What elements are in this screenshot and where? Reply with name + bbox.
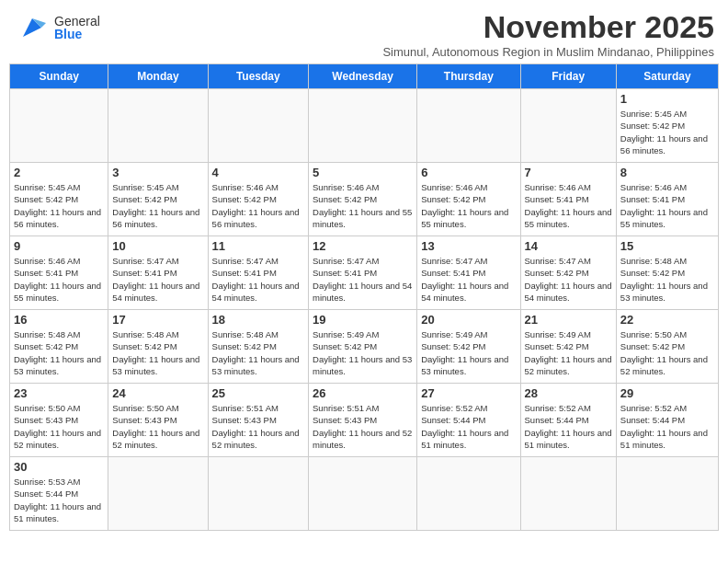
day-info: Sunrise: 5:45 AM Sunset: 5:42 PM Dayligh… [112, 181, 203, 230]
day-number: 26 [313, 386, 413, 400]
day-info: Sunrise: 5:47 AM Sunset: 5:41 PM Dayligh… [313, 255, 413, 304]
day-number: 23 [14, 386, 104, 400]
table-row: 1Sunrise: 5:45 AM Sunset: 5:42 PM Daylig… [616, 89, 718, 163]
day-info: Sunrise: 5:48 AM Sunset: 5:42 PM Dayligh… [112, 328, 203, 377]
table-row: 7Sunrise: 5:46 AM Sunset: 5:41 PM Daylig… [520, 163, 616, 236]
day-info: Sunrise: 5:46 AM Sunset: 5:42 PM Dayligh… [212, 181, 304, 230]
table-row: 10Sunrise: 5:47 AM Sunset: 5:41 PM Dayli… [108, 236, 208, 310]
table-row: 13Sunrise: 5:47 AM Sunset: 5:41 PM Dayli… [417, 236, 520, 310]
table-row [309, 89, 417, 163]
day-info: Sunrise: 5:49 AM Sunset: 5:42 PM Dayligh… [421, 328, 516, 377]
table-row [108, 457, 208, 531]
table-row: 18Sunrise: 5:48 AM Sunset: 5:42 PM Dayli… [208, 310, 308, 384]
day-info: Sunrise: 5:52 AM Sunset: 5:44 PM Dayligh… [620, 402, 714, 451]
table-row [208, 457, 308, 531]
day-number: 14 [525, 239, 612, 253]
day-info: Sunrise: 5:50 AM Sunset: 5:43 PM Dayligh… [112, 402, 203, 451]
day-number: 10 [112, 239, 203, 253]
header-sunday: Sunday [10, 64, 108, 89]
table-row: 9Sunrise: 5:46 AM Sunset: 5:41 PM Daylig… [10, 236, 108, 310]
day-number: 7 [525, 166, 612, 179]
table-row: 3Sunrise: 5:45 AM Sunset: 5:42 PM Daylig… [108, 163, 208, 236]
calendar-header-row: Sunday Monday Tuesday Wednesday Thursday… [10, 64, 719, 89]
logo: General Blue [14, 9, 100, 46]
table-row: 26Sunrise: 5:51 AM Sunset: 5:43 PM Dayli… [309, 384, 417, 457]
table-row: 20Sunrise: 5:49 AM Sunset: 5:42 PM Dayli… [417, 310, 520, 384]
table-row: 2Sunrise: 5:45 AM Sunset: 5:42 PM Daylig… [10, 163, 108, 236]
day-info: Sunrise: 5:46 AM Sunset: 5:41 PM Dayligh… [14, 255, 104, 304]
day-number: 6 [421, 166, 516, 179]
table-row [520, 89, 616, 163]
table-row: 11Sunrise: 5:47 AM Sunset: 5:41 PM Dayli… [208, 236, 308, 310]
calendar-week-row: 23Sunrise: 5:50 AM Sunset: 5:43 PM Dayli… [10, 384, 719, 457]
day-info: Sunrise: 5:47 AM Sunset: 5:42 PM Dayligh… [525, 255, 612, 304]
day-number: 30 [14, 460, 104, 474]
day-info: Sunrise: 5:49 AM Sunset: 5:42 PM Dayligh… [313, 328, 413, 377]
day-number: 12 [313, 239, 413, 253]
header-friday: Friday [520, 64, 616, 89]
day-info: Sunrise: 5:53 AM Sunset: 5:44 PM Dayligh… [14, 476, 104, 524]
subtitle: Simunul, Autonomous Region in Muslim Min… [382, 45, 714, 59]
calendar-week-row: 2Sunrise: 5:45 AM Sunset: 5:42 PM Daylig… [10, 163, 719, 236]
day-number: 28 [525, 386, 612, 400]
day-info: Sunrise: 5:46 AM Sunset: 5:41 PM Dayligh… [620, 181, 714, 230]
day-info: Sunrise: 5:45 AM Sunset: 5:42 PM Dayligh… [14, 181, 104, 230]
table-row: 25Sunrise: 5:51 AM Sunset: 5:43 PM Dayli… [208, 384, 308, 457]
table-row: 6Sunrise: 5:46 AM Sunset: 5:42 PM Daylig… [417, 163, 520, 236]
day-info: Sunrise: 5:50 AM Sunset: 5:43 PM Dayligh… [14, 402, 104, 451]
day-info: Sunrise: 5:52 AM Sunset: 5:44 PM Dayligh… [421, 402, 516, 451]
table-row [10, 89, 108, 163]
day-number: 20 [421, 313, 516, 327]
table-row: 5Sunrise: 5:46 AM Sunset: 5:42 PM Daylig… [309, 163, 417, 236]
month-title: November 2025 [382, 9, 714, 45]
day-number: 4 [212, 166, 304, 179]
day-number: 13 [421, 239, 516, 253]
day-number: 24 [112, 386, 203, 400]
day-info: Sunrise: 5:46 AM Sunset: 5:42 PM Dayligh… [421, 181, 516, 230]
table-row: 16Sunrise: 5:48 AM Sunset: 5:42 PM Dayli… [10, 310, 108, 384]
day-number: 25 [212, 386, 304, 400]
day-info: Sunrise: 5:46 AM Sunset: 5:42 PM Dayligh… [313, 181, 413, 230]
day-info: Sunrise: 5:50 AM Sunset: 5:42 PM Dayligh… [620, 328, 714, 377]
table-row [520, 457, 616, 531]
day-number: 15 [620, 239, 714, 253]
day-info: Sunrise: 5:48 AM Sunset: 5:42 PM Dayligh… [14, 328, 104, 377]
day-info: Sunrise: 5:47 AM Sunset: 5:41 PM Dayligh… [112, 255, 203, 304]
table-row: 30Sunrise: 5:53 AM Sunset: 5:44 PM Dayli… [10, 457, 108, 531]
table-row [309, 457, 417, 531]
day-number: 5 [313, 166, 413, 179]
table-row [417, 89, 520, 163]
calendar-table: Sunday Monday Tuesday Wednesday Thursday… [9, 63, 719, 531]
table-row: 14Sunrise: 5:47 AM Sunset: 5:42 PM Dayli… [520, 236, 616, 310]
logo-blue: Blue [54, 27, 82, 41]
table-row: 4Sunrise: 5:46 AM Sunset: 5:42 PM Daylig… [208, 163, 308, 236]
table-row: 8Sunrise: 5:46 AM Sunset: 5:41 PM Daylig… [616, 163, 718, 236]
table-row: 17Sunrise: 5:48 AM Sunset: 5:42 PM Dayli… [108, 310, 208, 384]
table-row: 15Sunrise: 5:48 AM Sunset: 5:42 PM Dayli… [616, 236, 718, 310]
day-info: Sunrise: 5:45 AM Sunset: 5:42 PM Dayligh… [620, 108, 714, 156]
day-number: 16 [14, 313, 104, 327]
day-info: Sunrise: 5:51 AM Sunset: 5:43 PM Dayligh… [212, 402, 304, 451]
day-info: Sunrise: 5:48 AM Sunset: 5:42 PM Dayligh… [212, 328, 304, 377]
day-info: Sunrise: 5:47 AM Sunset: 5:41 PM Dayligh… [212, 255, 304, 304]
day-info: Sunrise: 5:49 AM Sunset: 5:42 PM Dayligh… [525, 328, 612, 377]
table-row [108, 89, 208, 163]
table-row [208, 89, 308, 163]
table-row: 28Sunrise: 5:52 AM Sunset: 5:44 PM Dayli… [520, 384, 616, 457]
table-row: 27Sunrise: 5:52 AM Sunset: 5:44 PM Dayli… [417, 384, 520, 457]
table-row [616, 457, 718, 531]
table-row: 23Sunrise: 5:50 AM Sunset: 5:43 PM Dayli… [10, 384, 108, 457]
day-number: 2 [14, 166, 104, 179]
day-number: 21 [525, 313, 612, 327]
day-number: 29 [620, 386, 714, 400]
day-number: 18 [212, 313, 304, 327]
header-monday: Monday [108, 64, 208, 89]
day-info: Sunrise: 5:47 AM Sunset: 5:41 PM Dayligh… [421, 255, 516, 304]
day-number: 1 [620, 92, 714, 106]
day-info: Sunrise: 5:51 AM Sunset: 5:43 PM Dayligh… [313, 402, 413, 451]
day-number: 8 [620, 166, 714, 179]
calendar-week-row: 1Sunrise: 5:45 AM Sunset: 5:42 PM Daylig… [10, 89, 719, 163]
day-info: Sunrise: 5:52 AM Sunset: 5:44 PM Dayligh… [525, 402, 612, 451]
calendar-week-row: 9Sunrise: 5:46 AM Sunset: 5:41 PM Daylig… [10, 236, 719, 310]
day-info: Sunrise: 5:48 AM Sunset: 5:42 PM Dayligh… [620, 255, 714, 304]
